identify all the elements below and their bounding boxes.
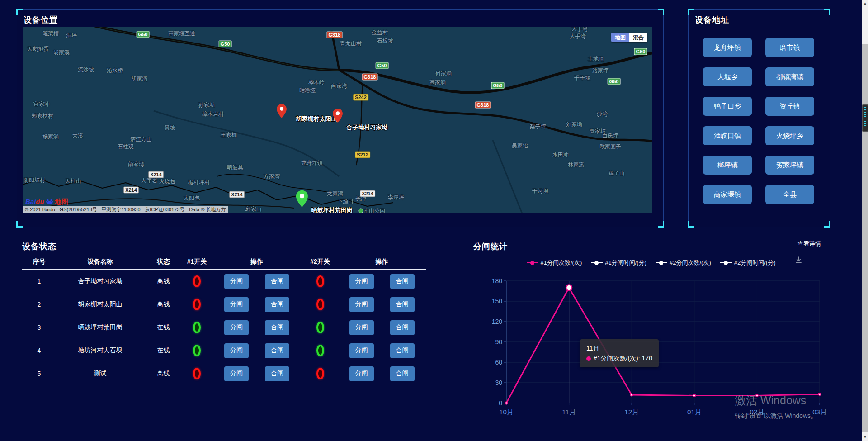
- switch1-operations: 分闸合闸: [211, 297, 302, 312]
- road-shield-x214: X214: [148, 171, 164, 178]
- legend-label: #2分闸时间/(分): [734, 259, 776, 267]
- svg-text:12月: 12月: [624, 408, 639, 416]
- scroll-handle-stripes: [864, 107, 866, 129]
- open-switch-button[interactable]: 分闸: [224, 320, 249, 335]
- open-switch-button[interactable]: 分闸: [349, 320, 374, 335]
- view-details-link[interactable]: 查看详情: [797, 240, 821, 248]
- svg-text:60: 60: [495, 359, 502, 366]
- address-button[interactable]: 磨市镇: [765, 38, 814, 57]
- device-name: 塘坊河村大石坝: [56, 346, 144, 355]
- open-switch-button[interactable]: 分闸: [224, 366, 249, 381]
- open-switch-button[interactable]: 分闸: [349, 366, 374, 381]
- close-switch-button[interactable]: 合闸: [265, 320, 289, 335]
- address-button[interactable]: 鸭子口乡: [703, 97, 752, 116]
- svg-text:02月: 02月: [750, 408, 764, 416]
- close-switch-button[interactable]: 合闸: [390, 320, 415, 335]
- open-switch-button[interactable]: 分闸: [224, 297, 249, 312]
- vertical-scrollbar[interactable]: ▲ ▼: [862, 0, 868, 441]
- baidu-map[interactable]: 笔架槽洞坪天鹅抱蛋胡家溪高家堰互通金益村石板坡青龙山村大手湾人手湾土地咀路家坪千…: [23, 27, 652, 213]
- switch2-operations: 分闸合闸: [338, 343, 426, 358]
- legend-marker-icon: [591, 261, 603, 265]
- switch2-indicator: [316, 299, 324, 310]
- device-status: 在线: [144, 323, 183, 332]
- scroll-down-arrow-icon[interactable]: ▼: [862, 434, 868, 441]
- device-name: 测试: [56, 370, 144, 378]
- device-status: 在线: [144, 346, 183, 355]
- address-button[interactable]: 高家堰镇: [703, 185, 752, 204]
- close-switch-button[interactable]: 合闸: [265, 274, 289, 289]
- close-switch-button[interactable]: 合闸: [265, 297, 289, 312]
- road-shield-x214: X214: [360, 190, 375, 197]
- svg-text:03月: 03月: [812, 408, 827, 416]
- road-shield-g50: G50: [137, 31, 150, 38]
- address-button[interactable]: 榔坪镇: [703, 156, 752, 175]
- address-button[interactable]: 贺家坪镇: [765, 156, 814, 175]
- address-button[interactable]: 大堰乡: [703, 67, 752, 86]
- map-type-map[interactable]: 地图: [611, 33, 629, 42]
- legend-marker-icon: [527, 261, 538, 265]
- road-shield-g318: G318: [475, 102, 491, 109]
- open-switch-button[interactable]: 分闸: [349, 343, 374, 358]
- device-status-title: 设备状态: [22, 241, 57, 252]
- switch2-operations: 分闸合闸: [338, 297, 426, 312]
- address-button[interactable]: 全县: [765, 185, 814, 204]
- close-switch-button[interactable]: 合闸: [265, 366, 289, 381]
- address-button[interactable]: 渔峡口镇: [703, 126, 752, 145]
- row-index: 4: [22, 347, 56, 354]
- map-marker-pin[interactable]: [277, 104, 287, 120]
- svg-text:150: 150: [492, 298, 503, 305]
- table-header-row: 序号设备名称状态#1开关操作#2开关操作: [22, 255, 426, 270]
- baidu-logo-du: du: [36, 198, 44, 205]
- map-marker-pin[interactable]: [333, 109, 343, 124]
- road-shield-x214: X214: [123, 187, 139, 194]
- close-switch-button[interactable]: 合闸: [265, 343, 289, 358]
- road-shield-g50: G50: [608, 78, 621, 85]
- corner-decoration: [688, 9, 694, 15]
- switch1-indicator: [193, 299, 201, 310]
- baidu-logo: Baidu 地图: [25, 198, 68, 206]
- device-address-title: 设备地址: [695, 14, 729, 25]
- switch2-indicator: [316, 322, 324, 333]
- device-location-title: 设备位置: [24, 14, 58, 25]
- address-button[interactable]: 都镇湾镇: [765, 67, 814, 86]
- switch2-operations: 分闸合闸: [338, 366, 426, 381]
- device-name: 晒鼓坪村荒田岗: [56, 323, 144, 332]
- switch2-indicator: [316, 275, 324, 287]
- close-switch-button[interactable]: 合闸: [390, 343, 415, 358]
- open-switch-button[interactable]: 分闸: [349, 274, 374, 289]
- device-address-panel: 设备地址 龙舟坪镇磨市镇大堰乡都镇湾镇鸭子口乡资丘镇渔峡口镇火烧坪乡榔坪镇贺家坪…: [688, 9, 830, 227]
- road-shield-g50: G50: [491, 82, 505, 89]
- map-type-hybrid[interactable]: 混合: [629, 33, 647, 42]
- switch1-operations: 分闸合闸: [211, 274, 302, 289]
- close-switch-button[interactable]: 合闸: [390, 274, 415, 289]
- legend-item[interactable]: #1分闸次数/(次): [527, 259, 582, 267]
- scrollbar-thumb[interactable]: [862, 44, 868, 432]
- svg-text:01月: 01月: [687, 408, 702, 416]
- legend-item[interactable]: #1分闸时间/(分): [591, 259, 646, 267]
- address-button[interactable]: 龙舟坪镇: [703, 38, 752, 57]
- open-switch-button[interactable]: 分闸: [224, 343, 249, 358]
- svg-text:90: 90: [495, 338, 502, 346]
- device-status: 离线: [144, 300, 183, 308]
- close-switch-button[interactable]: 合闸: [390, 366, 415, 381]
- open-switch-button[interactable]: 分闸: [349, 297, 374, 312]
- road-shield-x214: X214: [229, 191, 245, 198]
- open-switch-button[interactable]: 分闸: [224, 274, 249, 289]
- table-header-cell: 操作: [211, 258, 302, 266]
- legend-item[interactable]: #2分闸次数/(次): [656, 259, 711, 267]
- map-marker-label: 胡家棚村太阳山: [296, 115, 337, 123]
- legend-item[interactable]: #2分闸时间/(分): [720, 259, 776, 267]
- switch1-indicator: [193, 345, 201, 356]
- svg-text:120: 120: [492, 318, 503, 325]
- scroll-up-arrow-icon[interactable]: ▲: [862, 0, 868, 7]
- switch1-indicator: [193, 368, 201, 379]
- device-location-panel: 设备位置 笔架槽洞坪天鹅抱蛋胡家溪高家堰互通金益村石板坡青龙山村大手湾人手湾土地…: [17, 9, 664, 227]
- address-button[interactable]: 火烧坪乡: [765, 126, 814, 145]
- table-body: 1合子坳村习家坳离线分闸合闸分闸合闸2胡家棚村太阳山离线分闸合闸分闸合闸3晒鼓坪…: [22, 270, 426, 385]
- map-marker-pin[interactable]: [296, 190, 308, 209]
- scroll-handle-widget[interactable]: [862, 104, 868, 132]
- address-button[interactable]: 资丘镇: [765, 97, 814, 116]
- baidu-logo-suffix: 地图: [55, 198, 68, 205]
- row-index: 5: [22, 370, 56, 377]
- close-switch-button[interactable]: 合闸: [390, 297, 415, 312]
